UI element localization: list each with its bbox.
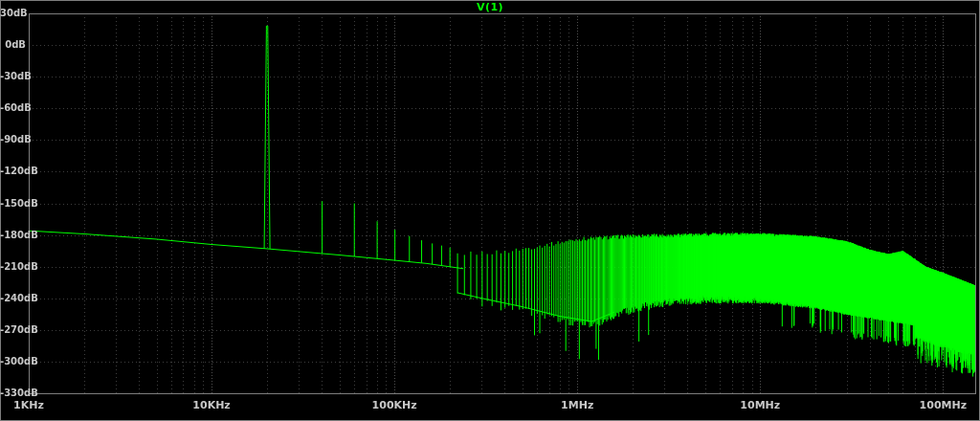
y-tick-label: -120dB	[0, 166, 26, 177]
y-tick-label: -300dB	[0, 356, 26, 367]
waveform-viewer-pane: V(1) 30dB0dB-30dB-60dB-90dB-120dB-150dB-…	[0, 0, 980, 421]
y-tick-label: -240dB	[0, 293, 26, 304]
y-tick-label: 0dB	[0, 39, 26, 51]
x-tick-label: 10MHz	[740, 399, 780, 411]
y-tick-label: -210dB	[0, 261, 26, 273]
y-tick-label: -90dB	[0, 134, 26, 145]
y-tick-label: -60dB	[0, 102, 26, 114]
x-tick-label: 1MHz	[561, 399, 593, 411]
y-tick-label: -330dB	[0, 388, 26, 399]
x-tick-label: 100MHz	[920, 399, 968, 411]
x-tick-label: 1KHz	[13, 399, 44, 411]
y-tick-label: -270dB	[0, 324, 26, 336]
y-tick-label: -180dB	[0, 230, 26, 241]
trace-title[interactable]: V(1)	[0, 1, 980, 13]
y-tick-label: 30dB	[0, 8, 26, 19]
y-tick-label: -150dB	[0, 198, 26, 210]
y-tick-label: -30dB	[0, 71, 26, 82]
x-tick-label: 100KHz	[372, 399, 417, 411]
x-tick-label: 10KHz	[192, 399, 230, 411]
fft-plot-canvas[interactable]	[0, 0, 980, 421]
